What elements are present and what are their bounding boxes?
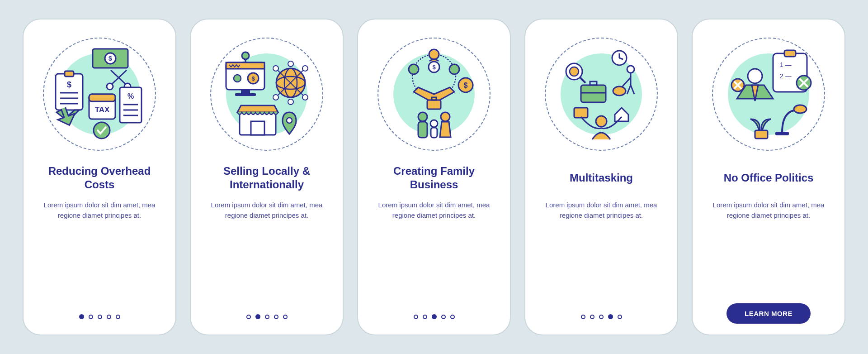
page-indicator (581, 314, 622, 324)
svg-text:$: $ (432, 64, 436, 71)
svg-point-47 (449, 64, 459, 74)
svg-text:%: % (127, 92, 134, 100)
svg-text:$: $ (464, 81, 468, 89)
no-office-politics-icon: 1 — 2 — (717, 42, 821, 146)
svg-point-35 (273, 66, 278, 71)
svg-point-45 (429, 49, 439, 59)
illustration-overhead-costs: $ $ T (43, 38, 156, 151)
svg-rect-74 (574, 108, 588, 118)
screen-title: Multitasking (570, 164, 633, 191)
family-business-icon: $ $ (382, 42, 486, 146)
illustration-family-business: $ $ (377, 38, 491, 151)
dot-5[interactable] (450, 315, 455, 319)
svg-point-26 (234, 75, 241, 82)
dot-3[interactable] (599, 315, 604, 319)
svg-point-70 (613, 86, 626, 96)
svg-point-40 (288, 99, 293, 105)
dot-2[interactable] (423, 315, 427, 319)
svg-rect-77 (784, 50, 796, 57)
dot-2[interactable] (89, 315, 93, 319)
screen-description: Lorem ipsum dolor sit dim amet, mea regi… (537, 200, 665, 221)
dot-3[interactable] (432, 314, 437, 319)
page-indicator (414, 314, 455, 324)
dot-4[interactable] (441, 315, 446, 319)
dot-3[interactable] (265, 315, 269, 319)
screen-title: Creating Family Business (370, 164, 498, 191)
screen-description: Lorem ipsum dolor sit dim amet, mea regi… (370, 200, 498, 221)
svg-rect-72 (590, 81, 597, 85)
svg-line-64 (580, 77, 585, 83)
dot-5[interactable] (283, 315, 288, 319)
illustration-multitasking (545, 38, 658, 151)
illustration-no-politics: 1 — 2 — (712, 38, 825, 151)
svg-point-65 (627, 66, 634, 73)
svg-rect-25 (235, 93, 256, 96)
svg-point-75 (596, 116, 607, 127)
svg-text:$: $ (251, 75, 255, 82)
dot-1[interactable] (414, 315, 418, 319)
multitasking-icon (549, 42, 653, 146)
svg-line-68 (631, 85, 634, 94)
svg-point-39 (288, 61, 293, 67)
dot-1[interactable] (246, 315, 251, 319)
onboarding-screen-1: $ $ T (23, 19, 176, 335)
svg-point-37 (273, 95, 278, 100)
svg-rect-52 (427, 100, 441, 109)
svg-text:$: $ (67, 80, 71, 89)
screen-description: Lorem ipsum dolor sit dim amet, mea regi… (35, 200, 164, 221)
svg-point-29 (242, 52, 249, 59)
onboarding-screen-5: 1 — 2 — No Office Politics Lorem ipsu (692, 19, 845, 335)
svg-point-81 (748, 69, 762, 83)
dot-5[interactable] (116, 315, 120, 319)
svg-line-67 (627, 85, 631, 94)
svg-rect-58 (431, 128, 437, 138)
onboarding-screens: $ $ T (5, 19, 863, 335)
onboarding-screen-4: Multitasking Lorem ipsum dolor sit dim a… (524, 19, 678, 335)
svg-rect-84 (775, 132, 789, 135)
svg-rect-8 (65, 71, 74, 77)
svg-point-38 (302, 95, 308, 100)
svg-text:$: $ (108, 55, 112, 62)
screen-title: Selling Locally & Internationally (203, 164, 331, 191)
svg-point-36 (302, 66, 308, 71)
svg-rect-42 (251, 121, 264, 135)
page-indicator (246, 314, 288, 324)
svg-point-63 (570, 67, 579, 76)
learn-more-button[interactable]: LEARN MORE (726, 303, 811, 324)
dot-3[interactable] (98, 315, 102, 319)
dot-2[interactable] (255, 314, 260, 319)
screen-title: Reducing Overhead Costs (35, 164, 164, 191)
svg-point-57 (430, 120, 438, 127)
svg-line-69 (622, 77, 631, 87)
dot-5[interactable] (618, 315, 622, 319)
dot-4[interactable] (608, 314, 613, 319)
svg-text:2 —: 2 — (780, 72, 792, 80)
dot-1[interactable] (581, 315, 585, 319)
selling-local-global-icon: $ (215, 42, 319, 146)
svg-point-54 (418, 112, 427, 121)
svg-point-56 (441, 112, 450, 121)
dot-1[interactable] (79, 314, 84, 319)
overhead-costs-icon: $ $ T (47, 42, 151, 146)
screen-description: Lorem ipsum dolor sit dim amet, mea regi… (704, 200, 833, 221)
svg-point-46 (409, 64, 419, 74)
dot-4[interactable] (274, 315, 278, 319)
onboarding-screen-2: $ (190, 19, 344, 335)
svg-rect-71 (581, 85, 606, 102)
svg-point-43 (287, 118, 292, 123)
svg-rect-14 (89, 94, 115, 101)
svg-rect-85 (755, 130, 768, 139)
svg-rect-24 (241, 90, 250, 93)
svg-text:TAX: TAX (95, 105, 110, 114)
svg-point-5 (107, 83, 113, 90)
dot-4[interactable] (107, 315, 111, 319)
svg-rect-55 (418, 122, 427, 138)
illustration-selling: $ (210, 38, 323, 151)
svg-point-21 (94, 122, 110, 139)
svg-rect-7 (56, 74, 83, 110)
dot-2[interactable] (590, 315, 594, 319)
svg-text:1 —: 1 — (780, 61, 792, 68)
svg-point-83 (794, 105, 807, 113)
page-indicator (79, 314, 120, 324)
screen-title: No Office Politics (724, 164, 814, 191)
